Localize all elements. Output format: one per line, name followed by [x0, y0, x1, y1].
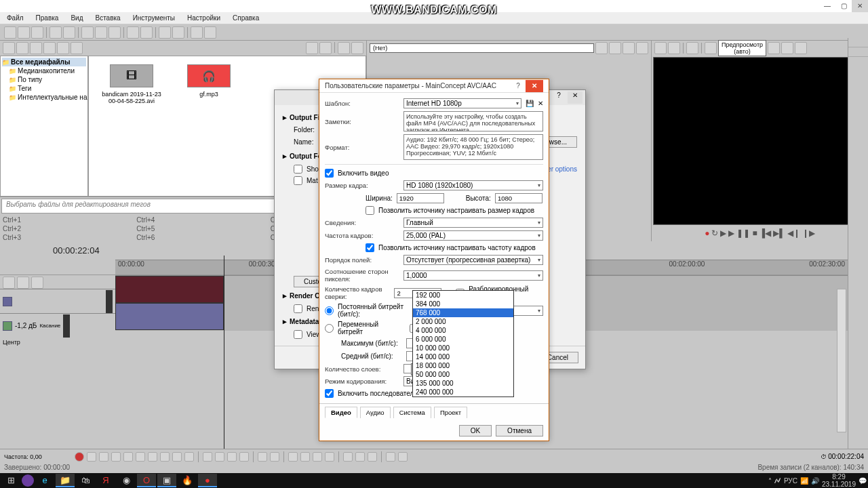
menu-file[interactable]: Файл — [4, 13, 26, 23]
vertical-scrollbar[interactable] — [837, 289, 846, 432]
bitrate-option[interactable]: 6 000 000 — [413, 335, 513, 344]
pause-icon[interactable]: ❚❚ — [736, 228, 750, 238]
ok-button[interactable]: OK — [459, 425, 492, 436]
show-check[interactable] — [294, 165, 302, 174]
expl-btn2[interactable] — [16, 42, 28, 54]
render-icon[interactable] — [50, 26, 62, 39]
menu-settings[interactable]: Настройки — [184, 13, 223, 23]
ft-tool6[interactable] — [270, 452, 279, 462]
tray-wifi-icon[interactable]: 📶 — [800, 477, 808, 485]
framerate-select[interactable]: 25,000 (PAL) — [403, 230, 543, 241]
ft-tool1[interactable] — [203, 452, 212, 462]
search-icon[interactable] — [351, 42, 363, 54]
expl-btn4[interactable] — [43, 42, 56, 54]
playhead[interactable] — [224, 256, 224, 466]
custom-close-icon[interactable]: ✕ — [526, 80, 543, 92]
tree-item[interactable]: Теги — [18, 85, 31, 92]
expl-btn5[interactable] — [57, 42, 69, 54]
ft-tool14[interactable] — [386, 452, 395, 462]
expl-btn1[interactable] — [3, 42, 15, 54]
goto-end-icon[interactable]: ▶▌ — [773, 228, 785, 238]
bitrate-option[interactable]: 2 000 000 — [413, 317, 513, 326]
tree-item[interactable]: По типу — [18, 76, 42, 83]
trimmer-btn2[interactable] — [609, 42, 621, 54]
ft-tool12[interactable] — [355, 452, 365, 462]
app-icon[interactable]: 🔥 — [178, 474, 197, 487]
play-icon[interactable] — [306, 42, 318, 54]
ft-tool11[interactable] — [343, 452, 353, 462]
ft-tool15[interactable] — [398, 452, 408, 462]
tab-video[interactable]: Видео — [325, 407, 357, 418]
tab-system[interactable]: Система — [393, 407, 431, 418]
render-help-icon[interactable]: ? — [551, 92, 566, 104]
close-icon[interactable]: ✕ — [852, 0, 868, 12]
ft-playstart-icon[interactable] — [99, 452, 108, 462]
ft-tool13[interactable] — [368, 452, 377, 462]
tray-notif-icon[interactable]: 💬 — [859, 477, 867, 485]
ft-tool10[interactable] — [325, 452, 334, 462]
bitrate-option[interactable]: 240 000 000 — [413, 388, 513, 396]
vegas-icon[interactable]: ▣ — [157, 474, 176, 487]
open-icon[interactable] — [18, 26, 30, 39]
bitrate-option[interactable]: 18 000 000 — [413, 361, 513, 370]
cut-icon[interactable] — [81, 26, 94, 39]
next-frame-icon[interactable]: ❙▶ — [802, 228, 815, 238]
props-icon[interactable] — [63, 26, 75, 39]
explorer-task-icon[interactable]: 📁 — [56, 474, 75, 487]
include-video-check[interactable] — [325, 169, 334, 178]
ft-tool4[interactable] — [239, 452, 249, 462]
save-template-icon[interactable]: 💾 — [526, 100, 534, 107]
video-clip[interactable] — [115, 276, 224, 303]
bitrate-option[interactable]: 14 000 000 — [413, 352, 513, 361]
tl-tool1[interactable] — [3, 277, 15, 289]
bitrate-dropdown[interactable]: 192 000384 000768 0002 000 0004 000 0006… — [412, 290, 514, 397]
ft-pause-icon[interactable] — [123, 452, 133, 462]
bitrate-option[interactable]: 768 000 — [413, 308, 513, 317]
expl-btn6[interactable] — [71, 42, 83, 54]
ft-tool7[interactable] — [288, 452, 298, 462]
ft-tool2[interactable] — [215, 452, 224, 462]
renderl-check[interactable] — [294, 304, 302, 313]
menu-help[interactable]: Справка — [230, 13, 262, 23]
preview-quality-combo[interactable]: Предпросмотр (авто) — [718, 40, 766, 56]
save-icon[interactable] — [31, 26, 43, 39]
ft-tool3[interactable] — [227, 452, 237, 462]
ft-tool9[interactable] — [313, 452, 322, 462]
paste-icon[interactable] — [108, 26, 121, 39]
web-icon[interactable] — [204, 26, 216, 39]
bandicam-rec-icon[interactable]: ● — [198, 474, 217, 487]
ft-play-icon[interactable] — [111, 452, 121, 462]
tree-item[interactable]: Медианакопители — [18, 67, 75, 75]
record-icon[interactable]: ● — [705, 228, 709, 238]
xtra2-icon[interactable] — [172, 26, 184, 39]
ft-rec-icon[interactable] — [75, 452, 84, 462]
custom-help-icon[interactable]: ? — [511, 82, 526, 89]
allow-src-fr-check[interactable] — [366, 243, 374, 252]
width-input[interactable] — [397, 193, 444, 203]
video-track-header[interactable] — [0, 289, 115, 313]
stop-icon[interactable] — [319, 42, 332, 54]
tray-date[interactable]: 23.11.2019 — [822, 481, 856, 488]
fieldorder-select[interactable]: Отсутствует (прогрессивная развертка) — [403, 255, 543, 265]
bitrate-option[interactable]: 10 000 000 — [413, 344, 513, 352]
vbr-radio[interactable] — [325, 324, 334, 333]
tl-tool3[interactable] — [31, 277, 43, 289]
pv-btn1[interactable] — [654, 42, 667, 54]
pv-btn2[interactable] — [668, 42, 680, 54]
ft-start-icon[interactable] — [148, 452, 157, 462]
delete-template-icon[interactable]: ✕ — [538, 100, 543, 107]
view-icon[interactable] — [338, 42, 350, 54]
viewall-check[interactable] — [294, 330, 302, 339]
copy-icon[interactable] — [95, 26, 107, 39]
thumb-audio[interactable]: 🎧 gf.mp3 — [178, 64, 239, 188]
ft-end-icon[interactable] — [160, 452, 170, 462]
tray-up-icon[interactable]: ˄ — [768, 477, 772, 485]
trimmer-combo[interactable]: (Нет) — [370, 43, 594, 53]
tab-project[interactable]: Проект — [434, 407, 467, 418]
bitrate-option[interactable]: 135 000 000 — [413, 379, 513, 388]
bitrate-option[interactable]: 4 000 000 — [413, 326, 513, 335]
menu-view[interactable]: Вид — [68, 13, 85, 23]
notes-text[interactable]: Используйте эту настройку, чтобы создать… — [403, 111, 543, 131]
tray-clock[interactable]: 8:29 — [822, 473, 856, 481]
xtra1-icon[interactable] — [159, 26, 171, 39]
